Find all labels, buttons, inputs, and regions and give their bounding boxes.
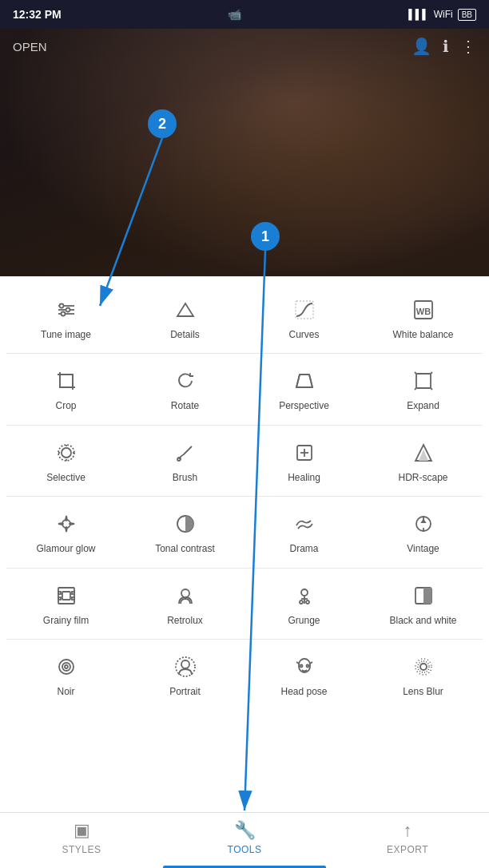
tools-grid: Tune imageDetailsCurvesWBWhite balanceCr…	[0, 286, 489, 707]
svg-rect-39	[72, 592, 74, 594]
row-divider	[6, 496, 483, 497]
row-divider	[6, 568, 483, 569]
noir-label: Noir	[57, 686, 74, 697]
tool-hdr-scape[interactable]: HDR-scape	[364, 429, 483, 493]
black-and-white-icon	[409, 581, 438, 610]
photo-header: OPEN 👤 ℹ ⋮	[0, 37, 489, 56]
svg-line-15	[296, 375, 300, 387]
tool-selective[interactable]: Selective	[6, 429, 125, 493]
nav-tools[interactable]: 🔧 TOOLS	[163, 820, 326, 862]
tool-noir[interactable]: Noir	[6, 643, 125, 707]
tool-healing[interactable]: Healing	[245, 429, 364, 493]
retrolux-label: Retrolux	[167, 615, 203, 626]
crop-label: Crop	[55, 400, 76, 411]
svg-marker-35	[422, 520, 425, 522]
retrolux-icon	[171, 581, 200, 610]
tool-perspective[interactable]: Perspective	[245, 357, 364, 421]
head-pose-icon	[290, 652, 319, 681]
brush-label: Brush	[173, 472, 197, 483]
svg-point-7	[66, 308, 70, 312]
rotate-label: Rotate	[171, 400, 199, 411]
tool-expand[interactable]: Expand	[364, 357, 483, 421]
white-balance-icon: WB	[409, 295, 438, 324]
tool-curves[interactable]: Curves	[245, 286, 364, 350]
status-icons: ▌▌▌ WiFi BB	[408, 9, 476, 21]
tool-tonal-contrast[interactable]: Tonal contrast	[125, 500, 245, 564]
expand-icon	[409, 367, 438, 395]
healing-label: Healing	[288, 472, 320, 483]
export-label: EXPORT	[387, 844, 428, 855]
svg-rect-41	[62, 592, 70, 600]
glamour-glow-label: Glamour glow	[36, 543, 95, 554]
lens-blur-icon	[409, 652, 438, 681]
selective-label: Selective	[46, 472, 85, 483]
portrait-label: Portrait	[169, 686, 201, 697]
tool-head-pose[interactable]: Head pose	[245, 643, 364, 707]
tool-crop[interactable]: Crop	[6, 357, 125, 421]
curves-icon	[290, 295, 319, 324]
nav-export[interactable]: ↑ EXPORT	[326, 820, 489, 862]
tune-image-label: Tune image	[41, 329, 91, 340]
crop-icon	[52, 367, 81, 395]
tool-retrolux[interactable]: Retrolux	[125, 572, 245, 636]
svg-line-16	[309, 375, 312, 387]
glamour-glow-icon	[52, 509, 81, 538]
svg-rect-36	[58, 588, 74, 604]
nav-styles[interactable]: ▣ STYLES	[0, 820, 163, 862]
photo-area: OPEN 👤 ℹ ⋮	[0, 29, 489, 276]
tool-drama[interactable]: Drama	[245, 500, 364, 564]
tool-tune-image[interactable]: Tune image	[6, 286, 125, 350]
info-icon[interactable]: ℹ	[443, 37, 449, 56]
photo-header-icons: 👤 ℹ ⋮	[411, 37, 476, 56]
svg-point-51	[65, 665, 68, 668]
perspective-label: Perspective	[279, 400, 329, 411]
styles-icon: ▣	[74, 820, 90, 841]
camera-status-icon: 📹	[228, 8, 241, 21]
tool-lens-blur[interactable]: Lens Blur	[364, 643, 483, 707]
details-label: Details	[170, 329, 200, 340]
tool-details[interactable]: Details	[125, 286, 245, 350]
portrait-icon	[171, 652, 200, 681]
brush-icon	[171, 438, 200, 467]
svg-marker-9	[177, 303, 193, 316]
tune-image-icon	[52, 295, 81, 324]
hdr-scape-label: HDR-scape	[398, 472, 447, 483]
tool-white-balance[interactable]: WBWhite balance	[364, 286, 483, 350]
grainy-film-label: Grainy film	[43, 615, 89, 626]
tonal-contrast-label: Tonal contrast	[155, 543, 215, 554]
tool-vintage[interactable]: Vintage	[364, 500, 483, 564]
tool-grunge[interactable]: Grunge	[245, 572, 364, 636]
white-balance-label: White balance	[392, 329, 453, 340]
tool-glamour-glow[interactable]: Glamour glow	[6, 500, 125, 564]
more-icon[interactable]: ⋮	[460, 37, 476, 56]
status-time: 12:32 PM	[13, 8, 62, 21]
photo-overlay	[0, 29, 489, 276]
tool-rotate[interactable]: Rotate	[125, 357, 245, 421]
svg-rect-13	[60, 375, 73, 387]
rotate-icon	[171, 367, 200, 395]
tool-grainy-film[interactable]: Grainy film	[6, 572, 125, 636]
annotation-bubble-1: 1	[251, 222, 280, 251]
grainy-film-icon	[52, 581, 81, 610]
svg-point-56	[306, 664, 308, 667]
expand-label: Expand	[407, 400, 439, 411]
tonal-contrast-icon	[171, 509, 200, 538]
svg-point-42	[181, 589, 189, 597]
details-icon	[171, 295, 200, 324]
vintage-icon	[409, 509, 438, 538]
black-and-white-label: Black and white	[389, 615, 456, 626]
person-icon[interactable]: 👤	[411, 37, 431, 56]
tool-portrait[interactable]: Portrait	[125, 643, 245, 707]
annotation-bubble-2: 2	[148, 109, 177, 138]
tool-brush[interactable]: Brush	[125, 429, 245, 493]
open-label: OPEN	[13, 40, 47, 54]
selective-icon	[52, 438, 81, 467]
svg-rect-37	[58, 592, 61, 594]
grunge-icon	[290, 581, 319, 610]
svg-point-46	[300, 600, 303, 604]
svg-point-52	[181, 660, 189, 668]
svg-point-49	[59, 660, 74, 674]
svg-point-50	[62, 663, 70, 671]
svg-point-55	[300, 664, 302, 667]
tool-black-and-white[interactable]: Black and white	[364, 572, 483, 636]
